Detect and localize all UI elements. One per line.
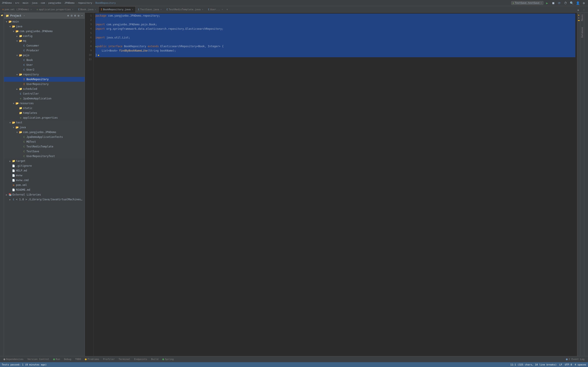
tab-dependencies[interactable]: Dependencies	[2, 357, 25, 361]
coverage-button[interactable]: ⟳	[557, 1, 562, 5]
src-segment: src	[15, 1, 19, 4]
tree-item-userrepo-class[interactable]: IUserRepository	[4, 82, 85, 86]
tree-item-repository-folder[interactable]: ▼📂repository	[4, 72, 85, 77]
tab-terminal[interactable]: Terminal	[117, 357, 132, 361]
tree-item-testredistemplate[interactable]: CTestRedisTemplate	[4, 144, 85, 149]
tab-book[interactable]: C Book.java ×	[76, 6, 98, 12]
tab-profiler[interactable]: Profiler	[101, 357, 116, 361]
tree-item-test-com[interactable]: ▼📂com.yangjunbo.JPADemo	[4, 130, 85, 134]
encoding[interactable]: UTF-8	[565, 363, 572, 366]
tab-pom[interactable]: m pom.xml (JPADemo) ×	[0, 6, 34, 12]
project-panel: 📁 Project ▾ ⊕ ⊟ ⊞ ⚙ − ▼📂main▼📂java▼📂com.…	[4, 13, 85, 356]
tab-problems[interactable]: Problems	[83, 357, 101, 361]
tree-item-templates[interactable]: 📁templates	[4, 110, 85, 115]
tab-run[interactable]: Run	[52, 357, 62, 361]
tree-label-scheduled: scheduled	[23, 87, 37, 91]
code-line-4: import org.springframework.data.elastics…	[95, 27, 575, 31]
tree-item-test[interactable]: ▼📂test	[4, 120, 85, 125]
tree-item-mvnw[interactable]: 📄mvnw	[4, 173, 85, 178]
tab-application[interactable]: ⚙ application.properties ×	[34, 6, 76, 12]
tree-label-bookrepo-class: BookRepository	[26, 78, 49, 81]
tab-build[interactable]: Build	[149, 357, 160, 361]
tree-item-userrepositorytest[interactable]: CUserRepositoryTest	[4, 154, 85, 158]
tree-item-resources[interactable]: ▼📂resources	[4, 101, 85, 106]
project-settings-icon[interactable]: ⚙	[78, 14, 79, 17]
tab-event-log[interactable]: 2 Event Log	[564, 357, 586, 361]
tree-item-testsave-class[interactable]: CTestSave	[4, 149, 85, 154]
tab-testsave[interactable]: C TestSave.java ×	[136, 6, 164, 12]
tab-overflow[interactable]: ▾	[225, 8, 229, 11]
project-icon[interactable]: 📁	[0, 14, 3, 17]
line-separator[interactable]: LF	[559, 363, 562, 366]
tree-item-scheduled[interactable]: ▶📁scheduled	[4, 86, 85, 91]
tree-item-controller[interactable]: CController	[4, 91, 85, 96]
run-config[interactable]: ● TestSave.testSave ▾	[511, 1, 543, 5]
tree-item-book-class[interactable]: CBook	[4, 58, 85, 62]
tree-item-mvnwcmd[interactable]: 📄mvnw.cmd	[4, 178, 85, 183]
tree-item-readmemd[interactable]: 📄README.md	[4, 187, 85, 192]
tree-label-jdk: < 1.8 > /Library/Java/JavaVirtualMachine…	[16, 198, 83, 201]
main-area: 📁 📁 Project ▾ ⊕ ⊟ ⊞ ⚙ − ▼📂main▼📂java▼📂co…	[0, 13, 588, 356]
tree-item-com[interactable]: ▼📂com.yangjunbo.JPADemo	[4, 29, 85, 34]
tree-item-pomxml[interactable]: mpom.xml	[4, 183, 85, 187]
tree-icon-userrepo-class: I	[22, 83, 26, 86]
tree-label-test-com: com.yangjunbo.JPADemo	[23, 131, 56, 134]
tab-debug[interactable]: Debug	[62, 357, 73, 361]
tree-label-consumer: Consumer	[26, 44, 39, 47]
tree-item-pojo[interactable]: ▼📂pojo	[4, 53, 85, 58]
tree-item-target[interactable]: ▶📁target	[4, 158, 85, 163]
tree-item-static[interactable]: 📁static	[4, 106, 85, 110]
tree-icon-pomxml: m	[12, 184, 15, 187]
tree-item-gitignore[interactable]: 📄.gitignore	[4, 163, 85, 168]
locate-button[interactable]: ⊕	[67, 14, 69, 17]
collapse-button[interactable]: ⊟	[71, 14, 73, 17]
maven-label[interactable]: Maven	[580, 14, 584, 22]
tree-icon-main: 📂	[8, 20, 12, 23]
indent-setting[interactable]: 4 spaces	[575, 363, 586, 366]
search-button[interactable]: 🔍	[569, 1, 574, 5]
tree-item-app-props[interactable]: ⚙application.properties	[4, 115, 85, 120]
tab-endpoints[interactable]: Endpoints	[132, 357, 149, 361]
tree-item-producer[interactable]: CProducer	[4, 48, 85, 53]
tab-user[interactable]: C User... ×	[206, 6, 225, 12]
right-gutter: ▲ 1	[577, 13, 580, 356]
tree-item-java[interactable]: ▼📂java	[4, 24, 85, 29]
tree-item-consumer[interactable]: CConsumer	[4, 43, 85, 48]
tab-bookrepo[interactable]: I BookRepository.java ×	[98, 6, 136, 12]
tab-testredis[interactable]: C TestRedisTemplate.java ×	[164, 6, 206, 12]
user-button[interactable]: 👤	[575, 1, 580, 5]
tree-item-jdk[interactable]: ▶C< 1.8 > /Library/Java/JavaVirtualMachi…	[4, 197, 85, 202]
tab-spring[interactable]: Spring	[161, 357, 175, 361]
tree-item-ext-libs[interactable]: ▶📚External Libraries	[4, 192, 85, 197]
tree-item-jpademo-tests[interactable]: CJpaDemoApplicationTests	[4, 134, 85, 139]
profile-button[interactable]: ⏱	[563, 1, 568, 5]
stop-button[interactable]: ⏹	[551, 1, 556, 5]
tree-label-pomxml: pom.xml	[16, 184, 27, 187]
tree-item-jpademo-app[interactable]: ⚙JpaDemoApplication	[4, 96, 85, 101]
tree-item-test-java[interactable]: ▼📂java	[4, 125, 85, 130]
tree-item-main[interactable]: ▼📂main	[4, 19, 85, 24]
expand-button[interactable]: ⊞	[74, 14, 76, 17]
tree-item-bookrepo-class[interactable]: IBookRepository	[4, 77, 85, 82]
tab-settings-button[interactable]: ⚙	[576, 8, 580, 12]
tree-label-producer: Producer	[26, 49, 39, 52]
run-button[interactable]: ▶	[545, 1, 550, 5]
tree-item-mq[interactable]: ▼📂mq	[4, 38, 85, 43]
tree-item-user-class[interactable]: CUser	[4, 62, 85, 67]
tree-item-mqtest[interactable]: CMQTest	[4, 139, 85, 144]
tab-more-button[interactable]: ⋮	[581, 8, 586, 12]
code-lines[interactable]: package com.yangjunbo.JPADemo.repository…	[94, 13, 577, 356]
tree-label-pojo: pojo	[23, 54, 29, 57]
project-close-icon[interactable]: −	[81, 14, 83, 17]
settings-button[interactable]: ⚙	[581, 1, 586, 5]
tree-item-config[interactable]: ▶📁config	[4, 34, 85, 38]
tree-item-helpmd[interactable]: 📄HELP.md	[4, 168, 85, 173]
tab-todo[interactable]: TODO	[73, 357, 83, 361]
tab-version-control[interactable]: Version Control	[26, 357, 51, 361]
tree-icon-scheduled: 📁	[19, 87, 22, 91]
title-bar-right: ● TestSave.testSave ▾ ▶ ⏹ ⟳ ⏱ 🔍 👤 ⚙	[511, 1, 586, 5]
tree-item-user2-class[interactable]: CUser2	[4, 67, 85, 72]
project-dropdown[interactable]: ▾	[24, 14, 25, 17]
database-label[interactable]: Database	[580, 26, 584, 38]
editor-content[interactable]: 1234567891011 package com.yangjunbo.JPAD…	[85, 13, 577, 356]
